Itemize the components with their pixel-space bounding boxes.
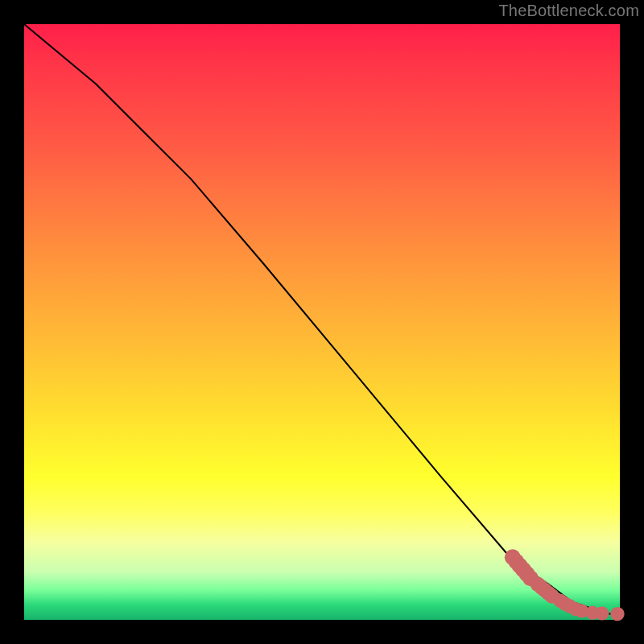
plot-area (24, 24, 620, 620)
plot-svg (24, 24, 620, 620)
watermark-text: TheBottleneck.com (498, 2, 639, 20)
marker-layer (505, 549, 625, 621)
data-marker (610, 607, 624, 621)
curve-line (24, 24, 620, 614)
chart-frame: TheBottleneck.com (0, 0, 644, 644)
data-marker (595, 606, 609, 620)
